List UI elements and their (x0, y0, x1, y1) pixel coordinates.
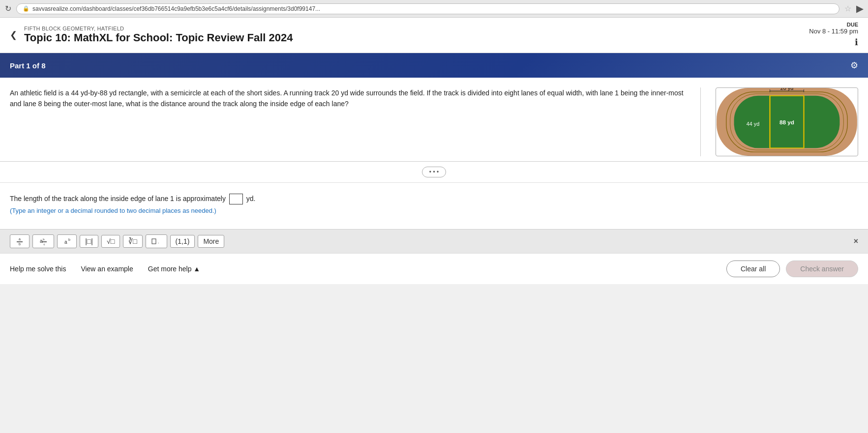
title-area: FIFTH BLOCK GEOMETRY, HATFIELD Topic 10:… (24, 26, 293, 44)
expand-button[interactable]: • • • (422, 167, 446, 177)
svg-rect-24 (152, 239, 156, 244)
question-text: An athletic field is a 44 yd-by-88 yd re… (10, 87, 686, 156)
help-solve-button[interactable]: Help me solve this (10, 265, 66, 273)
main-content: Part 1 of 8 ⚙ An athletic field is a 44 … (0, 53, 868, 253)
answer-hint: (Type an integer or a decimal rounded to… (10, 207, 858, 214)
answer-unit: yd. (246, 195, 256, 202)
svg-text:a: a (64, 239, 67, 245)
header-right: DUE Nov 8 - 11:59 pm ℹ (809, 22, 858, 48)
svg-text:.: . (158, 239, 159, 244)
math-btn-fraction[interactable]: a b (10, 234, 30, 248)
svg-text:a: a (40, 238, 43, 244)
due-label: DUE (809, 22, 858, 28)
app-header: ❮ FIFTH BLOCK GEOMETRY, HATFIELD Topic 1… (0, 18, 868, 53)
svg-text:a: a (19, 237, 21, 241)
footer-right: Clear all Check answer (726, 260, 858, 277)
math-toolbar: a b a b c a b |□| √□ ∛□ . (0, 229, 868, 253)
course-subtitle: FIFTH BLOCK GEOMETRY, HATFIELD (24, 26, 293, 31)
math-btn-point[interactable]: (1,1) (170, 235, 195, 248)
svg-text:c: c (44, 243, 45, 246)
footer-bar: Help me solve this View an example Get m… (0, 253, 868, 284)
answer-area: The length of the track along the inside… (0, 183, 868, 219)
svg-text:b: b (19, 242, 21, 246)
info-icon[interactable]: ℹ (855, 37, 858, 48)
clear-all-button[interactable]: Clear all (726, 260, 780, 277)
svg-text:b: b (43, 238, 45, 241)
question-divider (700, 87, 701, 156)
toolbar-close-button[interactable]: × (854, 237, 858, 246)
expand-dots: • • • (429, 169, 439, 175)
question-area: An athletic field is a 44 yd-by-88 yd re… (0, 78, 868, 162)
svg-text:20 yd: 20 yd (780, 88, 794, 91)
check-answer-button[interactable]: Check answer (786, 260, 858, 277)
url-text: savvasrealize.com/dashboard/classes/cef3… (32, 5, 320, 12)
math-btn-mixed[interactable]: a b c (32, 234, 54, 248)
profile-icon[interactable]: ▶ (856, 3, 863, 14)
svg-text:88 yd: 88 yd (779, 119, 794, 126)
answer-text: The length of the track along the inside… (10, 193, 858, 205)
browser-bar: ↻ 🔒 savvasrealize.com/dashboard/classes/… (0, 0, 868, 18)
answer-input[interactable] (229, 194, 243, 204)
track-image: 20 yd 88 yd 44 yd (716, 87, 858, 156)
part-header: Part 1 of 8 ⚙ (0, 53, 868, 78)
track-svg: 20 yd 88 yd 44 yd (716, 88, 858, 156)
bookmark-icon[interactable]: ☆ (844, 4, 851, 13)
back-button[interactable]: ❮ (10, 29, 17, 40)
refresh-icon[interactable]: ↻ (5, 4, 11, 13)
lock-icon: 🔒 (23, 5, 30, 12)
page-title: Topic 10: MathXL for School: Topic Revie… (24, 31, 293, 44)
svg-text:b: b (68, 238, 70, 241)
svg-text:44 yd: 44 yd (747, 121, 760, 127)
more-help-button[interactable]: Get more help ▲ (148, 265, 200, 273)
part-label: Part 1 of 8 (10, 61, 46, 70)
view-example-button[interactable]: View an example (81, 265, 133, 273)
math-btn-decimal[interactable]: . (146, 234, 167, 248)
answer-prompt: The length of the track along the inside… (10, 195, 226, 202)
header-left: ❮ FIFTH BLOCK GEOMETRY, HATFIELD Topic 1… (10, 26, 293, 44)
math-btn-more[interactable]: More (198, 235, 224, 248)
math-btn-sqrt[interactable]: √□ (101, 235, 120, 248)
header-icons: ℹ (809, 37, 858, 48)
expand-section: • • • (0, 162, 868, 183)
math-btn-abs[interactable]: |□| (80, 235, 98, 248)
url-bar: 🔒 savvasrealize.com/dashboard/classes/ce… (16, 3, 839, 14)
math-btn-superscript[interactable]: a b (57, 234, 77, 248)
math-btn-cbrt[interactable]: ∛□ (123, 235, 142, 248)
due-date: Nov 8 - 11:59 pm (809, 28, 858, 35)
settings-icon[interactable]: ⚙ (850, 60, 858, 71)
